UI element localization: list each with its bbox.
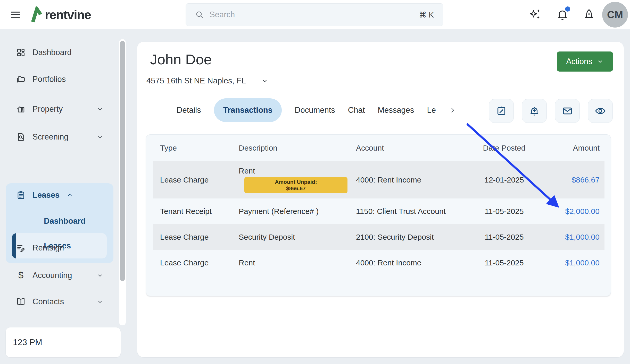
amount-unpaid-badge: Amount Unpaid: $866.67 [244,177,347,193]
cell-description: Payment (Reference# ) [232,207,349,216]
ai-assistant-button[interactable] [528,8,542,21]
sidebar-item-label: Leases [32,190,60,200]
description-text: Rent [239,167,349,175]
global-search[interactable]: ⌘ K [186,3,443,26]
view-as-tenant-button[interactable] [588,99,613,123]
cell-date-posted: 12-01-2025 [480,176,529,184]
tabs-scroll-right-button[interactable] [449,106,457,114]
cell-description: Rent [232,258,349,267]
top-bar: rentvine ⌘ K [0,0,630,29]
page-title: John Doe [150,51,212,68]
rentvine-logo[interactable]: rentvine [30,6,91,24]
tab-leases-truncated[interactable]: Le [427,106,436,115]
tab-messages[interactable]: Messages [378,106,414,115]
search-icon [195,10,204,19]
menu-button[interactable] [9,8,22,21]
sidebar: Dashboard Portfolios Property [0,29,129,364]
transactions-table: Type Description Account Date Posted Amo… [146,134,611,296]
sidebar-item-leases[interactable]: Leases [16,187,104,203]
sidebar-item-label: Screening [32,132,69,142]
add-reminder-button[interactable] [522,99,547,123]
sidebar-item-contacts[interactable]: Contacts [16,294,104,310]
table-row[interactable]: Lease Charge Security Deposit 2100: Secu… [153,224,604,250]
clock-text: 123 PM [13,337,42,347]
sidebar-item-portfolios[interactable]: Portfolios [16,71,104,87]
column-header-description: Description [232,144,349,152]
badge-line1: Amount Unpaid: [244,179,347,185]
amount-link[interactable]: $1,000.00 [529,258,604,267]
sidebar-subitem-label: Dashboard [44,216,86,226]
table-row[interactable]: Lease Charge Rent Amount Unpaid: $866.67… [153,161,604,198]
whats-new-button[interactable] [582,8,596,21]
property-house-icon [16,104,26,114]
sidebar-item-label: Contacts [32,297,64,306]
tab-chat[interactable]: Chat [348,106,365,115]
sidebar-item-label: Portfolios [32,75,66,84]
rentvine-logomark-icon [30,6,42,23]
clipboard-pencil-icon [495,105,507,117]
dashboard-grid-icon [16,48,26,57]
address-selector[interactable]: 4575 16th St NE Naples, FL [146,75,269,87]
actions-button[interactable]: Actions [557,51,613,72]
bell-plus-icon [528,105,540,117]
sidebar-item-accounting[interactable]: $ Accounting [16,267,104,283]
avatar-initials: CM [607,9,623,21]
notifications-button[interactable] [556,8,569,21]
sidebar-item-label: Accounting [32,271,72,280]
chevron-up-icon [66,192,73,199]
chevron-down-icon [96,133,104,141]
address-text: 4575 16th St NE Naples, FL [146,76,246,85]
eye-icon [594,105,606,117]
amount-link[interactable]: $1,000.00 [529,233,604,241]
book-icon [16,297,26,307]
sidebar-item-rentsign[interactable]: Rentsign [16,240,104,256]
amount-link[interactable]: $866.67 [529,176,604,184]
actions-label: Actions [566,57,592,66]
sidebar-item-dashboard[interactable]: Dashboard [16,45,104,60]
column-header-amount: Amount [529,144,604,152]
cell-type: Lease Charge [153,233,232,241]
chevron-down-icon [96,106,104,113]
table-header-row: Type Description Account Date Posted Amo… [153,135,604,161]
lease-clipboard-icon [16,190,26,200]
chevron-down-icon [96,272,104,279]
column-header-type: Type [153,144,232,152]
search-shortcut-hint: ⌘ K [419,10,434,19]
logo-wordmark: rentvine [45,7,91,22]
sidebar-item-screening[interactable]: Screening [16,129,104,145]
edit-lease-button[interactable] [489,99,514,123]
cell-type: Lease Charge [153,176,232,184]
cell-account: 4000: Rent Income [349,258,480,267]
cell-date-posted: 11-05-2025 [480,233,529,241]
cell-account: 2100: Security Deposit [349,233,480,241]
cell-type: Tenant Receipt [153,207,232,216]
notification-dot [565,6,570,12]
badge-line2: $866.67 [244,185,347,192]
tab-documents[interactable]: Documents [295,106,335,115]
tab-details[interactable]: Details [177,106,201,115]
search-input[interactable] [210,10,413,19]
sidebar-scrollbar-thumb[interactable] [120,41,125,281]
dollar-icon: $ [16,271,26,280]
cell-account: 4000: Rent Income [349,176,480,184]
cell-account: 1150: Client Trust Account [349,207,480,216]
table-row[interactable]: Lease Charge Rent 4000: Rent Income 11-0… [153,250,604,276]
amount-link[interactable]: $2,000.00 [529,207,604,216]
cell-date-posted: 11-05-2025 [480,258,529,267]
mail-icon [561,105,573,117]
column-header-account: Account [349,144,480,152]
send-email-button[interactable] [555,99,580,123]
chevron-down-icon [596,58,604,65]
quick-action-bar [489,99,613,123]
tab-transactions[interactable]: Transactions [214,98,282,122]
column-header-date-posted: Date Posted [480,144,529,152]
cell-description: Security Deposit [232,233,349,241]
main-content-card: John Doe 4575 16th St NE Naples, FL Acti… [137,42,624,357]
table-row[interactable]: Tenant Receipt Payment (Reference# ) 115… [153,198,604,224]
sidebar-item-property[interactable]: Property [16,101,104,117]
sidebar-item-label: Property [32,105,63,114]
user-avatar[interactable]: CM [602,2,628,28]
folder-icon [16,74,26,84]
sidebar-subitem-leases-dashboard[interactable]: Dashboard [44,215,86,228]
sidebar-item-label: Dashboard [32,48,72,57]
